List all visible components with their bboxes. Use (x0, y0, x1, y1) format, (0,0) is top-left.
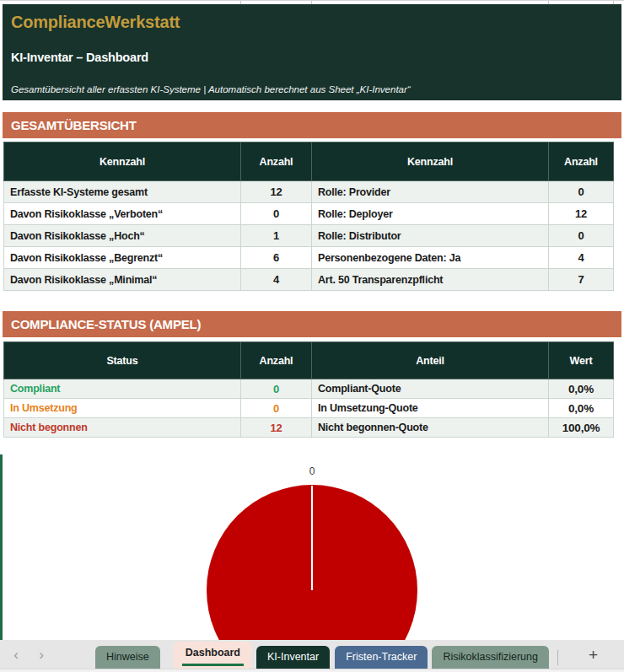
metric-label: Rolle: Deployer (312, 203, 549, 225)
overview-section-title: GESAMTÜBERSICHT (11, 118, 137, 132)
spreadsheet-dashboard: ComplianceWerkstatt KI-Inventar – Dashbo… (0, 0, 624, 672)
status-header-row: Status Anzahl Anteil Wert (4, 342, 614, 379)
metric-label: Rolle: Provider (312, 181, 549, 203)
metric-label: Davon Risikoklasse „Hoch“ (4, 225, 241, 247)
active-tab-underline (182, 664, 244, 666)
metric-value: 1 (241, 225, 312, 247)
sheet-tab-ki-inventar[interactable]: KI-Inventar (256, 646, 330, 669)
table-row: Davon Risikoklasse „Hoch“ 1 Rolle: Distr… (4, 225, 614, 247)
pie-slice-boundary (311, 486, 313, 590)
metric-value: 0 (241, 203, 312, 225)
col-wert: Wert (549, 342, 614, 379)
col-kennzahl-1: Kennzahl (4, 142, 241, 181)
metric-value: 6 (241, 247, 312, 269)
overview-header-row: Kennzahl Anzahl Kennzahl Anzahl (4, 142, 614, 181)
sheet-tab-fristen-tracker[interactable]: Fristen-Tracker (335, 646, 428, 669)
quote-label: In Umsetzung-Quote (312, 399, 549, 418)
metric-label: Davon Risikoklasse „Begrenzt“ (4, 247, 241, 269)
status-count: 0 (241, 379, 312, 399)
table-row: Davon Risikoklasse „Verboten“ 0 Rolle: D… (4, 203, 614, 225)
overview-table: Kennzahl Anzahl Kennzahl Anzahl Erfasste… (3, 142, 614, 291)
add-sheet-button[interactable]: + (589, 647, 598, 663)
tabbar-bottom-strip (0, 669, 624, 672)
metric-label: Art. 50 Transparenzpflicht (312, 269, 549, 291)
status-label: In Umsetzung (4, 399, 241, 418)
page-subtitle: Gesamtübersicht aller erfassten KI-Syste… (11, 83, 621, 95)
table-row: Davon Risikoklasse „Begrenzt“ 6 Personen… (4, 247, 614, 269)
metric-value: 0 (549, 225, 614, 247)
table-row-nicht-begonnen: Nicht begonnen 12 Nicht begonnen-Quote 1… (4, 418, 614, 438)
table-row: Erfasste KI-Systeme gesamt 12 Rolle: Pro… (4, 181, 614, 203)
status-section-header: COMPLIANCE-STATUS (AMPEL) (3, 311, 621, 337)
status-label: Compliant (4, 379, 241, 399)
col-anzahl: Anzahl (241, 342, 312, 379)
metric-value: 0 (549, 181, 614, 203)
metric-value: 12 (241, 181, 312, 203)
next-sheet-button[interactable]: › (34, 648, 49, 662)
metric-label: Erfasste KI-Systeme gesamt (4, 181, 241, 203)
sheet-tab-hinweise[interactable]: Hinweise (95, 646, 160, 669)
compliance-pie-chart[interactable]: 0 (0, 438, 624, 640)
col-kennzahl-2: Kennzahl (312, 142, 549, 181)
metric-value: 12 (549, 203, 614, 225)
metric-label: Davon Risikoklasse „Verboten“ (4, 203, 241, 225)
metric-value: 4 (549, 247, 614, 269)
metric-label: Rolle: Distributor (312, 225, 549, 247)
tab-separator (557, 650, 558, 665)
quote-label: Nicht begonnen-Quote (312, 418, 549, 438)
quote-label: Compliant-Quote (312, 379, 549, 399)
col-anteil: Anteil (312, 342, 549, 379)
metric-value: 7 (549, 269, 614, 291)
prev-sheet-button[interactable]: ‹ (8, 648, 24, 662)
metric-value: 4 (241, 269, 312, 291)
metric-label: Personenbezogene Daten: Ja (312, 247, 549, 269)
col-status: Status (4, 342, 241, 379)
status-count: 0 (241, 399, 312, 418)
dashboard-header: ComplianceWerkstatt KI-Inventar – Dashbo… (3, 4, 621, 100)
sheet-tab-dashboard-label: Dashboard (186, 647, 240, 659)
status-count: 12 (241, 418, 312, 438)
quote-value: 0,0% (549, 399, 614, 418)
sheet-left-border (0, 454, 3, 640)
status-table: Status Anzahl Anteil Wert Compliant 0 Co… (3, 341, 614, 438)
status-section-title: COMPLIANCE-STATUS (AMPEL) (11, 317, 201, 331)
overview-section-header: GESAMTÜBERSICHT (3, 112, 621, 138)
page-title: KI-Inventar – Dashboard (11, 50, 621, 65)
col-anzahl-2: Anzahl (549, 142, 614, 181)
table-row-in-umsetzung: In Umsetzung 0 In Umsetzung-Quote 0,0% (4, 399, 614, 418)
table-row-compliant: Compliant 0 Compliant-Quote 0,0% (4, 379, 614, 399)
app-brand: ComplianceWerkstatt (11, 11, 621, 33)
table-row: Davon Risikoklasse „Minimal“ 4 Art. 50 T… (4, 269, 614, 291)
metric-label: Davon Risikoklasse „Minimal“ (4, 269, 241, 291)
pie-data-label: 0 (207, 465, 417, 477)
quote-value: 100,0% (549, 418, 614, 438)
sheet-tab-bar: ‹ › Hinweise Dashboard KI-Inventar Frist… (0, 640, 624, 672)
status-label: Nicht begonnen (4, 418, 241, 438)
sheet-tab-risikoklassifizierung[interactable]: Risikoklassifizierung (432, 646, 549, 669)
quote-value: 0,0% (549, 379, 614, 399)
col-anzahl-1: Anzahl (241, 142, 312, 181)
sheet-tab-dashboard[interactable]: Dashboard (174, 642, 252, 669)
